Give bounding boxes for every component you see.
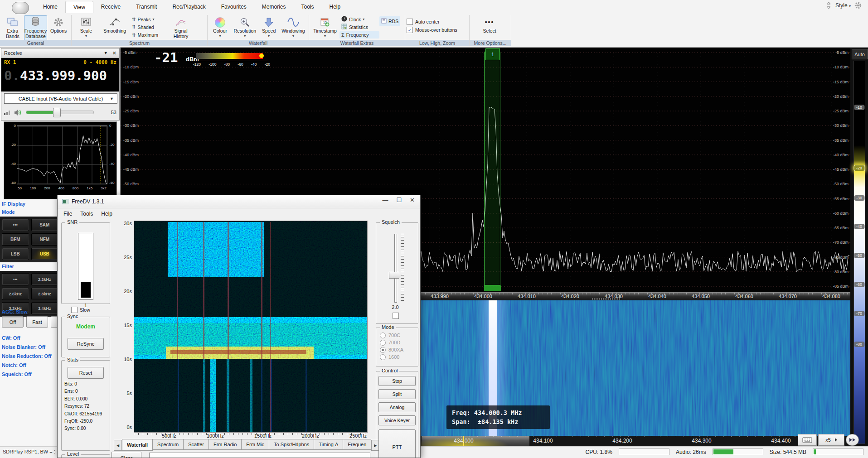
- waterfall-tick-label[interactable]: 434.100: [525, 438, 561, 444]
- menu-tab[interactable]: Receive: [93, 1, 128, 13]
- app-orb-button[interactable]: [12, 2, 29, 14]
- freedv-tab[interactable]: Frm Radio: [209, 439, 242, 450]
- freedv-tab[interactable]: Timing Δ: [314, 439, 343, 450]
- close-icon[interactable]: ✕: [410, 197, 415, 203]
- ptt-button[interactable]: PTT: [378, 429, 416, 458]
- volume-thumb[interactable]: [53, 108, 61, 117]
- freedv-tab[interactable]: Scatter: [184, 439, 209, 450]
- frequency-tick-label[interactable]: 434.070: [772, 294, 804, 299]
- control-button[interactable]: Split: [378, 389, 416, 399]
- menu-tab[interactable]: Memories: [254, 1, 294, 13]
- channel-band-highlight[interactable]: [484, 52, 500, 285]
- frequency-tick-label[interactable]: 434.010: [511, 294, 543, 299]
- filter-button[interactable]: 2.2kHz: [31, 273, 58, 285]
- freedv-titlebar[interactable]: FreeDV 1.3.1 — ☐ ✕: [58, 195, 420, 208]
- keyboard-button[interactable]: [798, 434, 817, 446]
- mode-radio[interactable]: 700D: [380, 339, 403, 346]
- rail-tick-pill[interactable]: -50: [854, 253, 864, 258]
- zoom-x5-button[interactable]: x5: [818, 434, 844, 446]
- freedv-tab[interactable]: To Spkr/Hdphns: [269, 439, 314, 450]
- volume-slider[interactable]: [26, 111, 94, 114]
- frequency-tick-label[interactable]: 434.040: [641, 294, 673, 299]
- fast-forward-button[interactable]: [846, 434, 859, 446]
- freedv-tab[interactable]: Frequen: [343, 439, 371, 450]
- channel-badge[interactable]: 1: [485, 48, 500, 60]
- waterfall-tick-label[interactable]: 434.200: [604, 438, 640, 444]
- audio-device-select[interactable]: CABLE Input (VB-Audio Virtual Cable) ▼: [4, 93, 117, 104]
- freedv-menu[interactable]: Help: [97, 211, 116, 217]
- clock-button[interactable]: Clock▾: [339, 16, 379, 23]
- mode-radio[interactable]: 800XA: [380, 346, 403, 353]
- receive-header[interactable]: Receive ▼ ✕: [1, 48, 119, 58]
- menu-tab[interactable]: View: [65, 1, 93, 13]
- frequency-database-button[interactable]: Frequency Database: [24, 15, 48, 41]
- ribbon-checkbox[interactable]: Mouse-over buttons: [407, 26, 468, 34]
- freedv-menu[interactable]: File: [59, 211, 76, 217]
- frequency-lcd[interactable]: RX 1 0 - 4000 Hz 0.433.999.900: [1, 58, 119, 92]
- mode-button[interactable]: BFM: [2, 233, 29, 246]
- frequency-tick-label[interactable]: 434.080: [815, 294, 847, 299]
- close-icon[interactable]: ✕: [112, 50, 116, 56]
- mode-button[interactable]: SAM: [31, 219, 58, 231]
- frequency-tick-label[interactable]: 434.020: [554, 294, 586, 299]
- squelch-slider-track[interactable]: [394, 234, 397, 303]
- snr-slow-checkbox[interactable]: Slow: [71, 306, 90, 314]
- signal-history-button[interactable]: Signal History: [169, 15, 193, 41]
- mode-button[interactable]: LSB: [2, 248, 29, 260]
- scale-button[interactable]: Scale▾: [73, 15, 99, 41]
- menu-tab[interactable]: Transmit: [128, 1, 165, 13]
- ribbon-checkbox[interactable]: Auto center: [407, 18, 468, 26]
- control-button[interactable]: Analog: [378, 402, 416, 412]
- menu-tab[interactable]: Favourites: [213, 1, 254, 13]
- filter-button[interactable]: 3.4kHz: [31, 302, 58, 314]
- select-button[interactable]: ••• Select: [471, 15, 508, 41]
- style-dropdown[interactable]: Style ▾: [835, 2, 851, 9]
- frequency-tick-label[interactable]: 434.050: [685, 294, 717, 299]
- rds-button[interactable]: RDS: [379, 16, 400, 26]
- freedv-tab[interactable]: Spectrum: [153, 439, 184, 450]
- spectrum-row-item[interactable]: ⇈Shaded: [130, 24, 169, 31]
- speed-button[interactable]: Speed▾: [258, 15, 279, 41]
- options-button[interactable]: Options: [47, 15, 70, 41]
- agc-button[interactable]: Fast: [26, 316, 48, 328]
- squelch-checkbox[interactable]: [393, 313, 399, 319]
- freedv-text-panel[interactable]: [149, 453, 370, 458]
- mode-button[interactable]: USB: [31, 248, 58, 260]
- tuned-frequency[interactable]: 0.433.999.900: [4, 68, 116, 83]
- minimize-icon[interactable]: —: [382, 197, 388, 203]
- menu-tab[interactable]: Help: [322, 1, 349, 13]
- tab-scroll-left[interactable]: ◀: [114, 440, 122, 451]
- mode-radio[interactable]: 1600: [380, 353, 403, 361]
- rail-tick-pill[interactable]: -20: [853, 165, 865, 171]
- menu-tab[interactable]: Rec/Playback: [165, 1, 213, 13]
- statistics-button[interactable]: 9 Statistics: [339, 24, 379, 31]
- waterfall-tick-label[interactable]: 434.400: [763, 438, 799, 444]
- freedv-tab[interactable]: Waterfall: [122, 439, 153, 451]
- speaker-icon[interactable]: [14, 109, 22, 116]
- filter-button[interactable]: 2.6kHz: [2, 288, 29, 300]
- freedv-tab[interactable]: Frm Mic: [242, 439, 269, 450]
- agc-button[interactable]: Off: [2, 316, 24, 328]
- control-button[interactable]: Stop: [378, 376, 416, 386]
- timestamp-button[interactable]: 15 Timestamp▾: [310, 15, 339, 41]
- frequency-tick-label[interactable]: 434.060: [728, 294, 760, 299]
- collapse-ribbon-icon[interactable]: [826, 2, 832, 9]
- extra-bands-button[interactable]: Extra Bands: [1, 15, 24, 41]
- mode-button[interactable]: •••: [2, 219, 29, 231]
- rail-tick-pill[interactable]: -40: [854, 224, 864, 229]
- waterfall-tick-label[interactable]: 434.000: [446, 438, 482, 444]
- maximize-icon[interactable]: ☐: [396, 197, 402, 203]
- rail-tick-pill[interactable]: -80: [854, 342, 864, 347]
- spectrum-row-item[interactable]: ⇈Maximum: [130, 31, 169, 39]
- squelch-slider-thumb[interactable]: [389, 272, 402, 279]
- frequency-tick-label[interactable]: 433.990: [424, 294, 456, 299]
- freedv-waterfall-plot[interactable]: [134, 221, 368, 433]
- filter-button[interactable]: •••: [2, 273, 29, 285]
- windowing-button[interactable]: Windowing▾: [279, 15, 307, 41]
- resolution-button[interactable]: Resolution▾: [231, 15, 258, 41]
- mode-button[interactable]: NFM: [31, 233, 58, 246]
- resync-button[interactable]: ReSync: [68, 338, 104, 350]
- clear-button[interactable]: Clear: [112, 452, 141, 458]
- frequency-tick-label[interactable]: 434.000: [467, 294, 499, 299]
- reset-button[interactable]: Reset: [68, 367, 104, 379]
